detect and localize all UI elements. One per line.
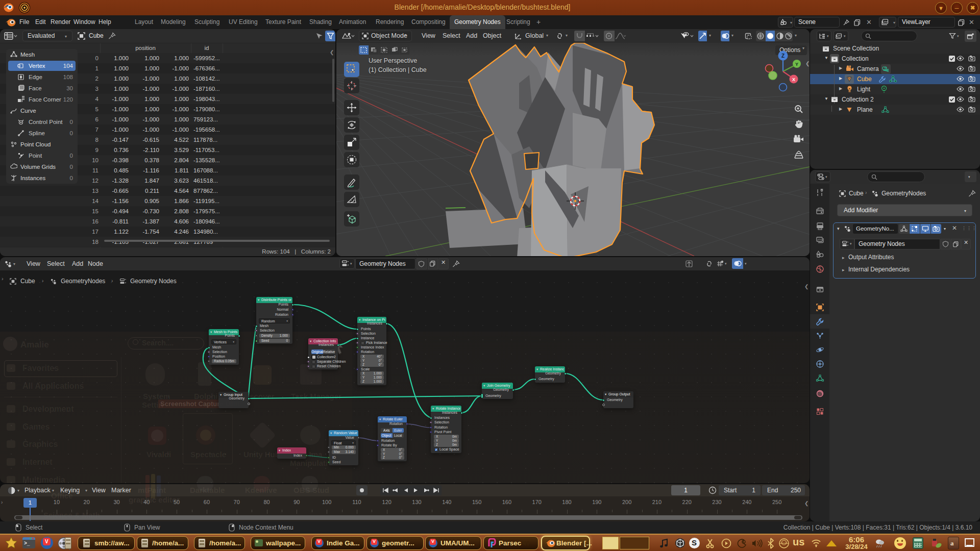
svg-text:Y: Y xyxy=(795,62,798,67)
svg-text:Z: Z xyxy=(781,53,785,59)
svg-text:X: X xyxy=(792,77,795,82)
